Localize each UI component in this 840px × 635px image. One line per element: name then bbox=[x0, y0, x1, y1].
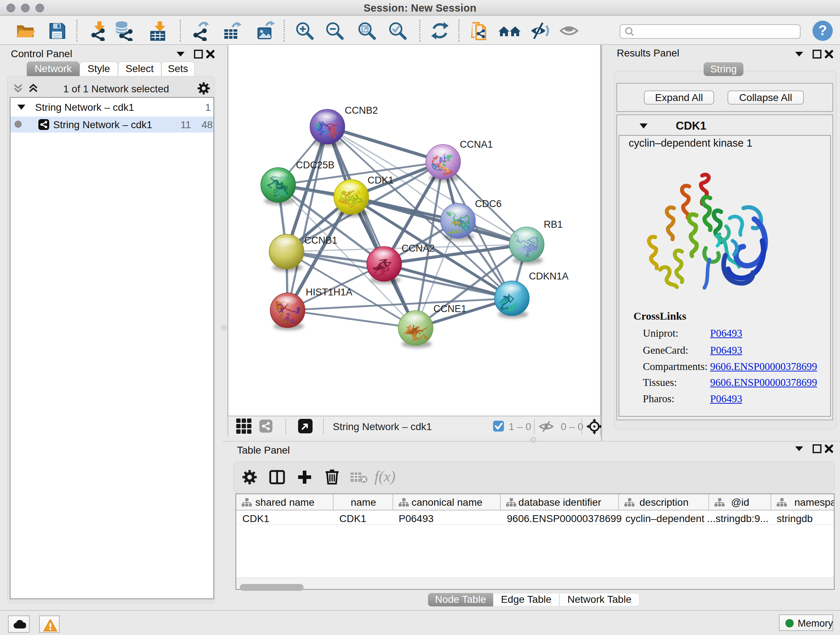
svg-text:CDC25B: CDC25B bbox=[296, 160, 335, 171]
svg-text:CDKN1A: CDKN1A bbox=[529, 271, 569, 282]
svg-text:CDC6: CDC6 bbox=[475, 198, 502, 209]
svg-text:CCNA1: CCNA1 bbox=[460, 139, 493, 150]
svg-text:CCNE1: CCNE1 bbox=[433, 303, 467, 314]
svg-text:RB1: RB1 bbox=[544, 219, 563, 230]
svg-text:CCNB1: CCNB1 bbox=[304, 235, 338, 246]
svg-text:CCNB2: CCNB2 bbox=[345, 105, 378, 116]
svg-text:CCNA2: CCNA2 bbox=[401, 243, 435, 254]
svg-text:HIST1H1A: HIST1H1A bbox=[306, 287, 352, 298]
svg-text:?: ? bbox=[818, 23, 827, 38]
svg-text:CDK1: CDK1 bbox=[368, 175, 393, 186]
